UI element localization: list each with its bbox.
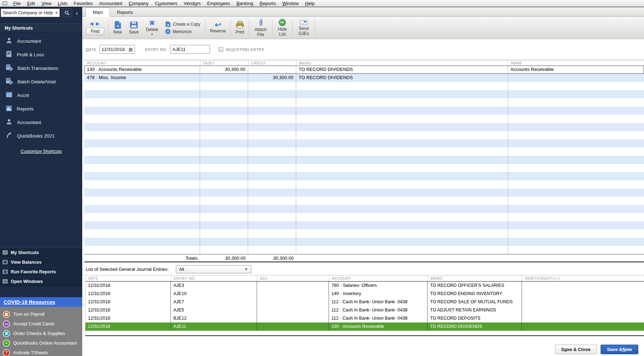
entry-row[interactable]: 130 · Accounts Receivable30,300.00TO REC… (84, 66, 644, 74)
search-button[interactable] (62, 9, 72, 17)
customize-shortcuts-link[interactable]: Customize Shortcuts (0, 149, 82, 154)
cell-name[interactable] (508, 229, 644, 238)
entry-row[interactable] (84, 205, 644, 213)
entry-row[interactable] (84, 238, 644, 246)
cell-debit[interactable] (200, 148, 248, 156)
cell-debit[interactable] (200, 164, 248, 172)
cell-memo[interactable] (296, 213, 508, 221)
entry-row[interactable] (84, 115, 644, 123)
sidebar-item-accnt[interactable]: Accnt (0, 88, 82, 102)
sidebar-item-profit-loss[interactable]: Profit & Loss (0, 48, 82, 61)
sidebar-item-batch-delete-void[interactable]: Batch Delete/Void (0, 75, 82, 88)
cell-debit[interactable] (200, 139, 248, 148)
cell-account[interactable] (84, 115, 200, 123)
menu-window[interactable]: Window (279, 0, 302, 6)
save-new-button[interactable]: Save & New (601, 345, 638, 354)
cell-account[interactable]: 478 · Misc. Income (84, 74, 200, 82)
cell-name[interactable] (508, 131, 644, 139)
cell-credit[interactable] (248, 213, 296, 221)
delete-button[interactable]: ✖ Delete ▼ (142, 17, 162, 38)
cell-name[interactable] (508, 205, 644, 213)
cell-account[interactable] (84, 82, 200, 90)
cell-debit[interactable] (200, 229, 248, 238)
cell-memo[interactable] (296, 131, 508, 139)
save-close-button[interactable]: Save & Close (555, 345, 597, 354)
gje-list-row[interactable]: 12/31/2018AJE10140 · InventoryTO RECORD … (85, 290, 644, 298)
cell-credit[interactable] (248, 180, 296, 189)
cell-account[interactable] (84, 131, 200, 139)
create-copy-button[interactable]: Create a Copy (165, 21, 200, 27)
covid-resources-link[interactable]: COVID-19 Resources (0, 297, 82, 307)
cell-memo[interactable] (296, 205, 508, 213)
cell-credit[interactable] (248, 164, 296, 172)
cell-memo[interactable]: TO RECORD DIVIDENDS (296, 74, 508, 82)
cell-account[interactable] (84, 156, 200, 164)
entry-row[interactable] (84, 229, 644, 238)
cell-debit[interactable] (200, 74, 248, 82)
cell-memo[interactable] (296, 238, 508, 246)
cell-debit[interactable] (200, 82, 248, 90)
cell-credit[interactable] (248, 115, 296, 123)
cell-credit[interactable] (248, 98, 296, 107)
entry-row[interactable] (84, 156, 644, 164)
cell-credit[interactable] (248, 197, 296, 205)
cell-debit[interactable] (200, 115, 248, 123)
cell-account[interactable] (84, 246, 200, 254)
sidebar-section-view-balances[interactable]: ▤View Balances (0, 257, 82, 267)
search-dropdown-caret-icon[interactable]: ▼ (53, 11, 59, 15)
cell-name[interactable] (508, 90, 644, 98)
cell-debit[interactable]: 30,300.00 (200, 66, 248, 74)
cell-name[interactable] (508, 98, 644, 107)
cell-account[interactable] (84, 98, 200, 107)
cell-debit[interactable] (200, 246, 248, 254)
cell-credit[interactable] (248, 107, 296, 115)
sidebar-item-accountant[interactable]: Accountant (0, 115, 82, 129)
gje-list-row[interactable]: 12/31/2018AJE7112 · Cash In Bank- Union … (85, 298, 644, 306)
cell-credit[interactable] (248, 148, 296, 156)
memorize-button[interactable]: ✦ Memorize (165, 29, 200, 34)
cell-name[interactable] (508, 156, 644, 164)
cell-account[interactable] (84, 148, 200, 156)
gje-list-row[interactable]: 12/31/2018AJE5112 · Cash In Bank- Union … (85, 306, 644, 314)
cell-debit[interactable] (200, 197, 248, 205)
cell-name[interactable] (508, 115, 644, 123)
cell-account[interactable] (84, 197, 200, 205)
cell-name[interactable] (508, 221, 644, 229)
entry-row[interactable] (84, 180, 644, 189)
cell-account[interactable]: 130 · Accounts Receivable (84, 66, 200, 74)
date-input[interactable] (101, 47, 127, 52)
cell-memo[interactable] (296, 172, 508, 180)
adjusting-entry-checkbox[interactable] (219, 47, 223, 52)
cell-debit[interactable] (200, 213, 248, 221)
menu-help[interactable]: Help (302, 0, 318, 6)
promo-activate-tsheets[interactable]: TActivate TSheets (0, 348, 82, 356)
menu-reports[interactable]: Reports (256, 0, 279, 6)
cell-credit[interactable] (248, 229, 296, 238)
entry-row[interactable] (84, 197, 644, 205)
cell-name[interactable] (508, 172, 644, 180)
forward-arrow-icon[interactable]: ▶ (96, 21, 102, 26)
cell-name[interactable] (508, 213, 644, 221)
gje-filter-select[interactable]: All ▼ (176, 265, 251, 273)
cell-credit[interactable] (248, 238, 296, 246)
menu-favorites[interactable]: Favorites (70, 0, 96, 6)
cell-debit[interactable] (200, 107, 248, 115)
cell-memo[interactable] (296, 90, 508, 98)
back-arrow-icon[interactable]: ◀ (89, 21, 96, 26)
entry-row[interactable] (84, 172, 644, 180)
cell-credit[interactable] (248, 189, 296, 197)
cell-memo[interactable] (296, 246, 508, 254)
cell-credit[interactable]: 30,300.00 (248, 74, 296, 82)
menu-view[interactable]: View (38, 0, 54, 6)
cell-debit[interactable] (200, 156, 248, 164)
menu-lists[interactable]: Lists (54, 0, 70, 6)
promo-turn-on-payroll[interactable]: ▥Turn on Payroll (0, 309, 82, 319)
cell-account[interactable] (84, 139, 200, 148)
cell-memo[interactable] (296, 115, 508, 123)
gje-list-row[interactable]: 12/31/2018AJE3760 · Salaries- OfficersTO… (85, 282, 644, 290)
entry-no-field[interactable] (170, 45, 210, 54)
cell-name[interactable] (508, 246, 644, 254)
cell-account[interactable] (84, 123, 200, 131)
menu-vendors[interactable]: Vendors (180, 0, 204, 6)
cell-memo[interactable] (296, 148, 508, 156)
